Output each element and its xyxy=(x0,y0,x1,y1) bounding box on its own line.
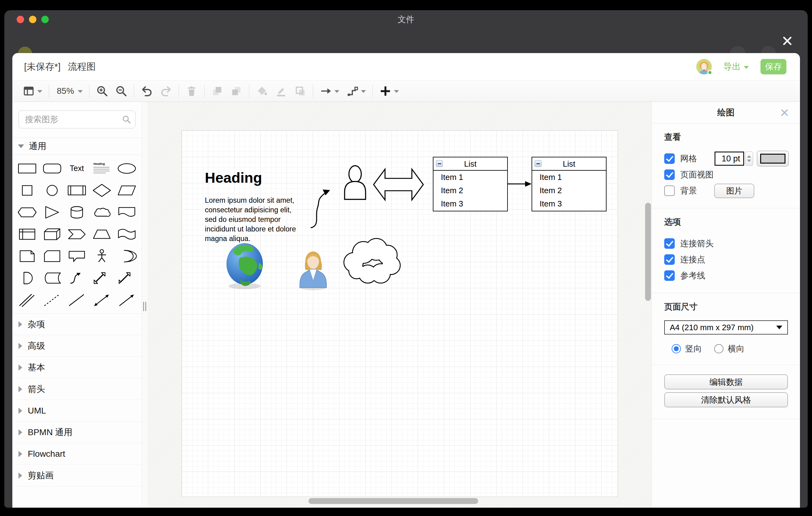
shape-note[interactable] xyxy=(15,245,40,267)
fill-color-button[interactable] xyxy=(252,82,271,100)
list-item[interactable]: Item 1 xyxy=(433,171,507,184)
shape-callout[interactable] xyxy=(64,245,89,267)
shape-rounded-rectangle[interactable] xyxy=(40,157,65,179)
shape-cylinder[interactable] xyxy=(64,201,89,223)
shape-triangle[interactable] xyxy=(40,201,65,223)
delete-button[interactable] xyxy=(182,82,201,100)
page-size-select[interactable]: A4 (210 mm x 297 mm) xyxy=(664,320,788,335)
shape-parallelogram[interactable] xyxy=(114,179,139,201)
collapse-icon[interactable] xyxy=(436,160,443,167)
shape-bidirectional-connector[interactable] xyxy=(89,289,114,311)
grid-color-swatch[interactable] xyxy=(757,151,789,167)
shape-step[interactable] xyxy=(64,223,89,245)
woman-clipart[interactable] xyxy=(299,252,327,290)
guides-checkbox[interactable] xyxy=(664,270,675,281)
sidebar-section-bpmn-general[interactable]: BPMN 通用 xyxy=(12,422,142,443)
shape-diamond[interactable] xyxy=(89,179,114,201)
shape-circle[interactable] xyxy=(40,179,65,201)
shape-or[interactable] xyxy=(114,245,139,267)
insert-button[interactable] xyxy=(376,82,402,100)
drawing-canvas[interactable]: Heading Lorem ipsum dolor sit amet, cons… xyxy=(147,102,651,508)
shape-line[interactable] xyxy=(64,289,89,311)
shape-dashed-line[interactable] xyxy=(40,289,65,311)
waypoint-style-button[interactable] xyxy=(343,82,369,100)
shape-card[interactable] xyxy=(40,245,65,267)
export-button[interactable]: 导出 xyxy=(723,61,749,73)
shape-process[interactable] xyxy=(64,179,89,201)
heading-text-shape[interactable]: Heading xyxy=(205,169,262,186)
shape-cube[interactable] xyxy=(40,223,65,245)
shadow-button[interactable] xyxy=(291,82,310,100)
sidebar-section-general[interactable]: 通用 xyxy=(12,138,142,155)
connection-points-checkbox[interactable] xyxy=(664,254,675,265)
sidebar-section-misc[interactable]: 杂项 xyxy=(12,314,142,335)
sidebar-section-arrows[interactable]: 箭头 xyxy=(12,378,142,400)
shape-and[interactable] xyxy=(15,267,40,289)
shape-internal-storage[interactable] xyxy=(15,223,40,245)
cloud-shape[interactable] xyxy=(344,239,400,283)
zoom-in-button[interactable] xyxy=(92,82,112,100)
shape-tape[interactable] xyxy=(114,223,139,245)
search-input[interactable] xyxy=(19,111,136,128)
zoom-level-dropdown[interactable]: 85% xyxy=(52,82,86,100)
connection-arrows-checkbox[interactable] xyxy=(664,238,675,249)
list-item[interactable]: Item 3 xyxy=(532,197,606,210)
list-item[interactable]: Item 3 xyxy=(433,197,507,210)
globe-clipart[interactable] xyxy=(227,243,263,289)
collapse-icon[interactable] xyxy=(535,160,542,167)
list-shape[interactable]: List Item 1 Item 2 Item 3 xyxy=(433,157,508,211)
horizontal-scrollbar[interactable] xyxy=(309,498,478,504)
shape-curve[interactable] xyxy=(64,267,89,289)
undo-button[interactable] xyxy=(137,82,156,100)
to-back-button[interactable] xyxy=(227,82,246,100)
grid-checkbox[interactable] xyxy=(664,153,675,164)
shape-arrow[interactable] xyxy=(114,267,139,289)
edit-data-button[interactable]: 编辑数据 xyxy=(664,374,788,390)
shape-text[interactable]: Text xyxy=(64,157,89,179)
list-item[interactable]: Item 2 xyxy=(532,184,606,197)
zoom-out-button[interactable] xyxy=(112,82,131,100)
shape-ellipse[interactable] xyxy=(114,157,139,179)
avatar[interactable] xyxy=(696,59,712,75)
background-image-button[interactable]: 图片 xyxy=(714,183,754,198)
portrait-radio[interactable] xyxy=(672,344,681,353)
close-panel-icon[interactable] xyxy=(780,108,789,117)
sidebar-section-flowchart[interactable]: Flowchart xyxy=(12,443,142,465)
shape-rectangle[interactable] xyxy=(15,157,40,179)
shape-data-storage[interactable] xyxy=(40,267,65,289)
view-panels-button[interactable] xyxy=(19,82,46,100)
actor-shape[interactable] xyxy=(345,166,366,199)
sidebar-splitter[interactable] xyxy=(142,102,147,508)
close-overlay-icon[interactable] xyxy=(780,34,795,49)
page-view-checkbox[interactable] xyxy=(664,169,675,180)
paragraph-text-shape[interactable]: Lorem ipsum dolor sit amet, consectetur … xyxy=(205,196,302,243)
shape-directional-connector[interactable] xyxy=(114,289,139,311)
save-button[interactable]: 保存 xyxy=(760,59,786,75)
list-connector-arrow[interactable] xyxy=(508,181,531,187)
sidebar-section-basic[interactable]: 基本 xyxy=(12,357,142,378)
clear-default-style-button[interactable]: 清除默认风格 xyxy=(664,392,788,407)
list-item[interactable]: Item 1 xyxy=(532,171,606,184)
shape-actor[interactable] xyxy=(89,245,114,267)
background-checkbox[interactable] xyxy=(664,185,675,196)
landscape-radio[interactable] xyxy=(714,344,723,353)
vertical-scrollbar[interactable] xyxy=(645,203,651,301)
curved-arrow-shape[interactable] xyxy=(311,190,330,228)
shape-link[interactable] xyxy=(15,289,40,311)
shape-square[interactable] xyxy=(15,179,40,201)
grid-size-input[interactable] xyxy=(715,151,744,166)
line-color-button[interactable] xyxy=(271,82,291,100)
shape-trapezoid[interactable] xyxy=(89,223,114,245)
shape-textbox[interactable]: Heading xyxy=(89,157,114,179)
sidebar-section-clipart[interactable]: 剪贴画 xyxy=(12,465,142,486)
sidebar-section-uml[interactable]: UML xyxy=(12,400,142,422)
list-shape[interactable]: List Item 1 Item 2 Item 3 xyxy=(531,157,607,211)
redo-button[interactable] xyxy=(156,82,176,100)
sidebar-section-advanced[interactable]: 高级 xyxy=(12,335,142,357)
to-front-button[interactable] xyxy=(208,82,227,100)
double-arrow-shape[interactable] xyxy=(374,169,423,200)
shape-hexagon[interactable] xyxy=(15,201,40,223)
shape-bidirectional-arrow[interactable] xyxy=(89,267,114,289)
shape-cloud[interactable] xyxy=(89,201,114,223)
list-item[interactable]: Item 2 xyxy=(433,184,507,197)
